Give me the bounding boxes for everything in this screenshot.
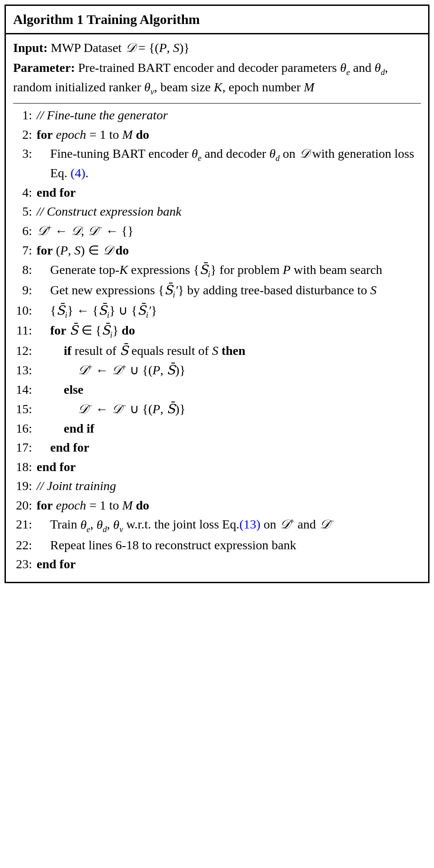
line-13: 13: 𝒟+ ← 𝒟+ ∪ {(P, S̄)} [13,361,421,380]
line-num-3: 3: [13,145,37,163]
line-num-22: 22: [13,536,37,555]
line-14: 14: else [13,381,421,399]
line-11: 11: for S̄ ∈ {S̄i} do [13,321,421,341]
line-18: 18: end for [13,458,421,476]
line-content-7: for (P, S) ∈ 𝒟 do [37,241,421,260]
line-num-4: 4: [13,184,37,202]
line-content-4: end for [37,184,421,202]
line-content-14: else [37,381,421,399]
algorithm-number: Algorithm 1 [13,12,87,27]
line-num-16: 16: [13,420,37,438]
line-content-19: // Joint training [37,477,421,495]
line-num-6: 6: [13,222,37,241]
line-9: 9: Get new expressions {S̄i′} by adding … [13,281,421,301]
line-num-10: 10: [13,302,37,320]
line-5: 5: // Construct expression bank [13,203,421,221]
line-content-22: Repeat lines 6-18 to reconstruct express… [37,536,421,555]
line-num-12: 12: [13,342,37,360]
algorithm-title: Training Algorithm [87,12,200,27]
line-content-3: Fine-tuning BART encoder θe and decoder … [37,145,421,183]
line-7: 7: for (P, S) ∈ 𝒟 do [13,241,421,260]
lines-section: 1: // Fine-tune the generator 2: for epo… [13,106,421,574]
line-content-21: Train θe, θd, θv w.r.t. the joint loss E… [37,515,421,535]
line-content-23: end for [37,555,421,574]
line-num-8: 8: [13,261,37,279]
line-20: 20: for epoch = 1 to M do [13,496,421,515]
line-content-12: if result of S̄ equals result of S then [37,342,421,360]
line-num-17: 17: [13,439,37,457]
line-15: 15: 𝒟− ← 𝒟− ∪ {(P, S̄)} [13,400,421,419]
line-num-7: 7: [13,241,37,260]
line-content-13: 𝒟+ ← 𝒟+ ∪ {(P, S̄)} [37,361,421,380]
line-1: 1: // Fine-tune the generator [13,106,421,125]
divider [13,103,421,104]
line-2: 2: for epoch = 1 to M do [13,126,421,144]
line-num-23: 23: [13,555,37,574]
line-num-9: 9: [13,281,37,300]
algorithm-header: Algorithm 1 Training Algorithm [6,6,428,34]
line-num-15: 15: [13,400,37,419]
line-content-16: end if [37,420,421,438]
line-num-13: 13: [13,361,37,380]
line-num-1: 1: [13,106,37,125]
line-content-20: for epoch = 1 to M do [37,496,421,515]
param-line: Parameter: Pre-trained BART encoder and … [13,59,421,98]
line-num-14: 14: [13,381,37,399]
line-16: 16: end if [13,420,421,438]
line-content-6: 𝒟+ ← 𝒟, 𝒟− ← {} [37,222,421,241]
algorithm-container: Algorithm 1 Training Algorithm Input: MW… [5,5,429,583]
line-content-8: Generate top-K expressions {S̄i} for pro… [37,261,421,280]
line-10: 10: {S̄i} ← {S̄i} ∪ {S̄i′} [13,302,421,321]
line-12: 12: if result of S̄ equals result of S t… [13,342,421,360]
line-num-11: 11: [13,321,37,340]
line-num-18: 18: [13,458,37,476]
line-num-2: 2: [13,126,37,144]
input-value: MWP Dataset 𝒟 = {(P, S)} [51,41,189,55]
line-content-17: end for [37,439,421,457]
input-line: Input: MWP Dataset 𝒟 = {(P, S)} [13,39,421,57]
line-8: 8: Generate top-K expressions {S̄i} for … [13,261,421,280]
line-num-5: 5: [13,203,37,221]
param-label: Parameter: [13,61,78,75]
input-label: Input: [13,41,51,55]
line-content-5: // Construct expression bank [37,203,421,221]
line-content-9: Get new expressions {S̄i′} by adding tre… [37,281,421,301]
line-21: 21: Train θe, θd, θv w.r.t. the joint lo… [13,515,421,535]
line-content-15: 𝒟− ← 𝒟− ∪ {(P, S̄)} [37,400,421,419]
algorithm-body: Input: MWP Dataset 𝒟 = {(P, S)} Paramete… [6,34,428,582]
line-num-21: 21: [13,515,37,534]
line-23: 23: end for [13,555,421,574]
line-content-1: // Fine-tune the generator [37,106,421,125]
line-3: 3: Fine-tuning BART encoder θe and decod… [13,145,421,183]
line-num-20: 20: [13,496,37,515]
line-17: 17: end for [13,439,421,457]
line-content-10: {S̄i} ← {S̄i} ∪ {S̄i′} [37,302,421,321]
line-22: 22: Repeat lines 6-18 to reconstruct exp… [13,536,421,555]
line-4: 4: end for [13,184,421,202]
line-content-11: for S̄ ∈ {S̄i} do [37,321,421,341]
line-content-2: for epoch = 1 to M do [37,126,421,144]
line-content-18: end for [37,458,421,476]
line-19: 19: // Joint training [13,477,421,495]
line-6: 6: 𝒟+ ← 𝒟, 𝒟− ← {} [13,222,421,241]
line-num-19: 19: [13,477,37,495]
